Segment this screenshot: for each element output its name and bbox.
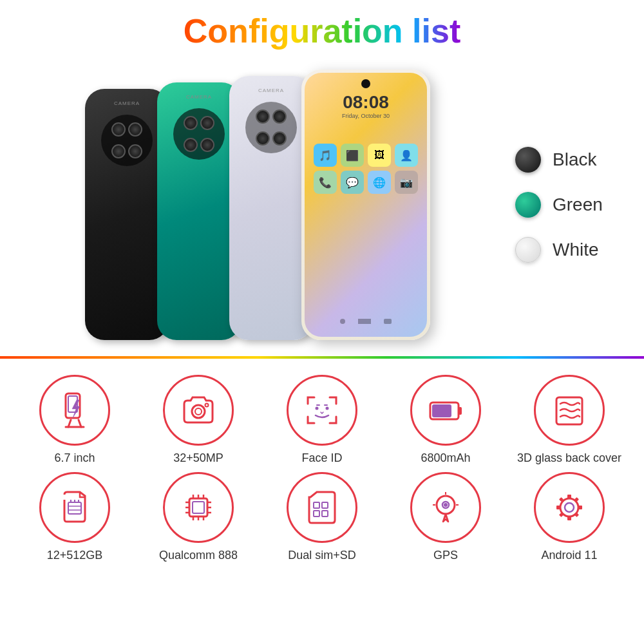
lens (184, 138, 198, 152)
svg-rect-49 (578, 506, 582, 509)
svg-line-2 (68, 420, 71, 427)
lens (272, 131, 287, 146)
spec-label-sim: Dual sim+SD (288, 548, 356, 563)
app-icon-browser: 🌐 (368, 171, 391, 194)
color-label-black: Black (553, 149, 596, 170)
lens (128, 122, 142, 137)
camera-label-black: CAMERA (114, 100, 140, 106)
svg-rect-21 (193, 502, 204, 513)
battery-icon (426, 391, 465, 430)
app-icon-camera: 📷 (395, 171, 418, 194)
svg-rect-34 (314, 502, 319, 508)
svg-rect-47 (567, 516, 571, 520)
rainbow-divider (0, 356, 644, 359)
glass-icon (550, 391, 589, 430)
spec-icon-storage (39, 472, 110, 543)
android-icon (550, 488, 589, 527)
svg-rect-12 (432, 404, 451, 417)
spec-item-glass: 3D glass back cover (515, 375, 624, 466)
svg-rect-11 (459, 407, 462, 415)
lens (200, 116, 214, 130)
camera-icon (179, 391, 218, 430)
lightning-icon (55, 391, 94, 430)
spec-item-android: Android 11 (515, 472, 624, 563)
nav-dot (384, 319, 392, 324)
app-icon-message: 💬 (341, 171, 364, 194)
sdcard-icon (55, 488, 94, 527)
spec-item-camera: 32+50MP (144, 375, 253, 466)
svg-rect-48 (556, 506, 560, 509)
color-option-black: Black (515, 147, 618, 173)
app-icon-phone: 📞 (314, 171, 337, 194)
specs-row-2: 12+512GB (13, 472, 631, 563)
phone-status-bar: 08:08 Friday, October 30 (305, 92, 427, 119)
spec-label-gps: GPS (433, 548, 458, 563)
camera-label-white: CAMERA (258, 88, 284, 93)
camera-module-white (245, 102, 297, 153)
camera-module-green (173, 108, 225, 160)
spec-item-display: 6.7 inch (20, 375, 129, 466)
page-title: Configuration list (184, 12, 460, 50)
phone-time: 08:08 (305, 92, 427, 113)
camera-module-black (101, 115, 153, 166)
phone-bottom-bar (305, 319, 427, 324)
phone-icons-grid: 🎵 ⬛ 🖼 👤 📞 💬 🌐 📷 (311, 144, 421, 194)
spec-item-sim: Dual sim+SD (267, 472, 377, 563)
spec-label-battery: 6800mAh (421, 451, 470, 466)
phone-notch (361, 79, 370, 88)
spec-label-storage: 12+512GB (47, 548, 103, 563)
spec-icon-faceid (287, 375, 357, 446)
specs-section: 6.7 inch 32+50MP (0, 362, 644, 576)
spec-item-gps: GPS (391, 472, 500, 563)
svg-rect-37 (322, 511, 328, 516)
lens (128, 144, 142, 158)
spec-label-glass: 3D glass back cover (517, 451, 621, 466)
svg-rect-14 (68, 502, 81, 514)
spec-icon-chip (163, 472, 234, 543)
phone-back-black: CAMERA (85, 89, 169, 340)
spec-icon-camera (163, 375, 234, 446)
sim-icon (303, 488, 341, 527)
phone-front: 08:08 Friday, October 30 🎵 ⬛ 🖼 👤 📞 💬 🌐 📷 (301, 70, 430, 340)
lens (272, 109, 287, 124)
specs-row-1: 6.7 inch 32+50MP (13, 375, 631, 466)
gps-icon (426, 488, 465, 527)
svg-point-6 (195, 408, 202, 415)
spec-icon-gps (410, 472, 481, 543)
phone-back-green: CAMERA (157, 82, 241, 340)
spec-item-battery: 6800mAh (391, 375, 500, 466)
spec-label-faceid: Face ID (301, 451, 342, 466)
spec-icon-battery (410, 375, 481, 446)
phone-screen: 08:08 Friday, October 30 🎵 ⬛ 🖼 👤 📞 💬 🌐 📷 (305, 73, 427, 337)
app-icon-music: 🎵 (314, 144, 337, 167)
lens (200, 138, 214, 152)
app-icon-gallery: 🖼 (368, 144, 391, 167)
spec-icon-sim (287, 472, 357, 543)
color-label-white: White (553, 240, 599, 260)
svg-point-9 (326, 407, 329, 410)
spec-icon-display (39, 375, 110, 446)
lens (111, 122, 126, 137)
color-option-green: Green (515, 192, 618, 218)
nav-dot (340, 319, 345, 324)
color-option-white: White (515, 237, 618, 263)
lens (256, 109, 270, 124)
top-section: CAMERA CAMERA CAMERA (0, 57, 644, 353)
svg-point-45 (565, 503, 574, 512)
chip-icon (179, 488, 218, 527)
spec-item-storage: 12+512GB (20, 472, 129, 563)
spec-label-android: Android 11 (541, 548, 597, 563)
app-icon-contacts: 👤 (395, 144, 418, 167)
svg-rect-35 (322, 502, 328, 508)
spec-label-display: 6.7 inch (54, 451, 95, 466)
phone-date: Friday, October 30 (305, 113, 427, 119)
svg-rect-36 (314, 511, 319, 516)
spec-label-chip: Qualcomm 888 (159, 548, 238, 563)
svg-point-8 (316, 407, 319, 410)
phones-area: CAMERA CAMERA CAMERA (26, 70, 489, 340)
faceid-icon (303, 391, 341, 430)
svg-line-3 (79, 420, 81, 427)
lens (184, 116, 198, 130)
color-options: Black Green White (502, 147, 618, 263)
svg-rect-46 (567, 495, 571, 498)
